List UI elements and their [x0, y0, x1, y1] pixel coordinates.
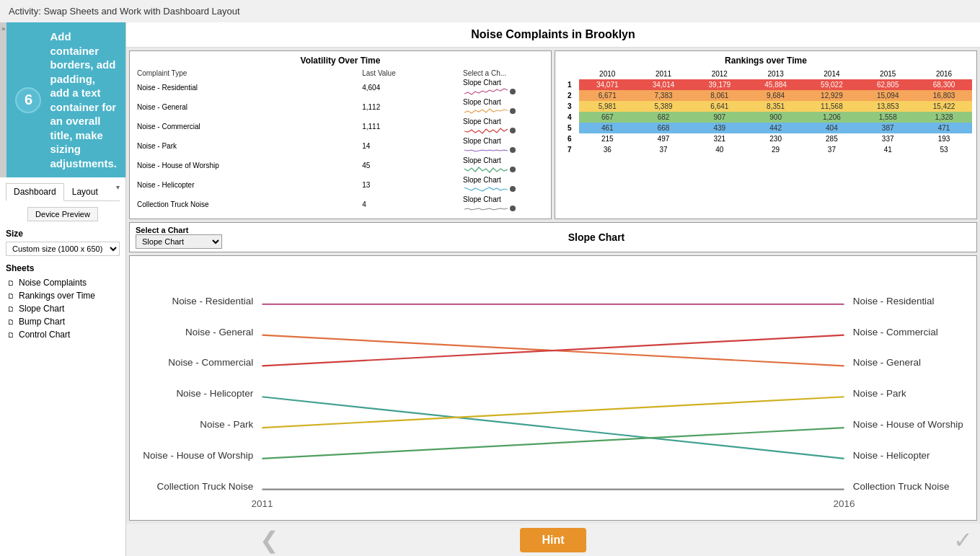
vol-chart-label: Slope Chart — [463, 137, 501, 145]
vol-chart-cell: Slope Chart — [460, 117, 547, 136]
rank-label-4: 4 — [560, 112, 579, 123]
rankings-title: Rankings over Time — [560, 56, 972, 66]
sparkline-2 — [464, 125, 508, 136]
select-chart-label: Select a Chart — [136, 226, 188, 234]
rank-label-3: 3 — [560, 101, 579, 112]
rank-cell: 215 — [579, 133, 635, 144]
rank-cell: 667 — [579, 112, 635, 123]
sheets-list: 🗋 Noise Complaints 🗋 Rankings over Time … — [6, 276, 120, 341]
vol-chart-cell: Slope Chart — [460, 195, 547, 214]
right-label-helicopter: Noise - Helicopter — [853, 450, 930, 461]
rank-cell: 45,884 — [748, 79, 804, 90]
tab-dashboard[interactable]: Dashboard — [6, 183, 64, 201]
select-chart-control: Slope Chart Bump Chart Control Chart — [136, 234, 222, 249]
rank-cell: 8,061 — [692, 90, 748, 101]
rank-cell: 5,389 — [635, 101, 692, 112]
tab-select-arrow[interactable]: ▾ — [116, 183, 120, 200]
sparkline-4 — [464, 164, 508, 175]
sheet-name-noise: Noise Complaints — [19, 278, 87, 288]
rank-cell: 439 — [692, 123, 748, 133]
vol-value: 14 — [359, 136, 460, 156]
rank-cell: 404 — [804, 123, 860, 133]
rank-cell: 6,641 — [692, 101, 748, 112]
sheet-item-slope[interactable]: 🗋 Slope Chart — [6, 302, 120, 315]
rank-cell: 39,179 — [692, 79, 748, 90]
rank-cell: 682 — [635, 112, 692, 123]
hint-button[interactable]: Hint — [520, 528, 586, 552]
tab-layout[interactable]: Layout — [64, 183, 106, 200]
table-row: 3 5,981 5,389 6,641 8,351 11,568 13,853 … — [560, 101, 972, 112]
collapse-button[interactable]: » — [0, 22, 6, 177]
vol-chart-cell: Slope Chart — [460, 136, 547, 156]
rank-cell: 9,684 — [748, 90, 804, 101]
vol-chart-label: Slope Chart — [463, 79, 501, 87]
vol-value: 4,604 — [359, 78, 460, 97]
rank-label-7: 7 — [560, 144, 579, 155]
table-row: Noise - General 1,112 Slope Chart — [134, 97, 547, 117]
table-row: 7 36 37 40 29 37 41 53 — [560, 144, 972, 155]
rank-cell: 321 — [692, 133, 748, 144]
step-header: 6 Add container borders, add padding, ad… — [6, 22, 125, 177]
left-panel: » 6 Add container borders, add padding, … — [0, 22, 126, 556]
sheet-icon-noise: 🗋 — [6, 278, 16, 288]
device-preview-button[interactable]: Device Preview — [27, 207, 98, 221]
slope-year-left: 2011 — [251, 498, 273, 509]
volatility-box: Volatility Over Time Complaint Type Last… — [129, 50, 552, 219]
left-label-commercial: Noise - Commercial — [168, 357, 253, 368]
table-row: Noise - Commercial 1,111 Slope Chart — [134, 117, 547, 136]
prev-button[interactable]: ❮ — [260, 526, 279, 554]
table-row: 6 215 497 321 230 285 337 193 — [560, 133, 972, 144]
sheet-icon-rankings: 🗋 — [6, 291, 16, 301]
rankings-box: Rankings over Time 2010 2011 2012 2013 2… — [555, 50, 977, 219]
vol-value: 1,112 — [359, 97, 460, 117]
rank-cell: 7,383 — [635, 90, 692, 101]
next-button[interactable]: ✓ — [953, 526, 973, 554]
rank-cell: 285 — [804, 133, 860, 144]
vol-type: Noise - House of Worship — [134, 156, 359, 175]
rank-cell: 387 — [860, 123, 916, 133]
right-label-commercial: Noise - Commercial — [853, 327, 938, 337]
sheet-item-bump[interactable]: 🗋 Bump Chart — [6, 315, 120, 328]
rank-label-2: 2 — [560, 90, 579, 101]
slope-line-worship — [262, 428, 844, 459]
vol-value: 4 — [359, 195, 460, 214]
vol-chart-label: Slope Chart — [463, 176, 501, 184]
sparkline-dot-5 — [510, 186, 516, 192]
rank-cell: 41 — [860, 144, 916, 155]
step-number: 6 — [15, 87, 41, 113]
chart-type-select[interactable]: Slope Chart Bump Chart Control Chart — [136, 234, 222, 249]
rank-cell: 12,929 — [804, 90, 860, 101]
sheet-icon-slope: 🗋 — [6, 304, 16, 314]
rank-cell: 16,803 — [916, 90, 972, 101]
left-label-truck: Collection Truck Noise — [157, 481, 254, 492]
vol-type: Noise - General — [134, 97, 359, 117]
right-label-worship: Noise - House of Worship — [853, 419, 963, 430]
rank-cell: 442 — [748, 123, 804, 133]
vol-chart-cell: Slope Chart — [460, 78, 547, 97]
vol-type: Noise - Park — [134, 136, 359, 156]
rank-cell: 497 — [635, 133, 692, 144]
sparkline-1 — [464, 106, 508, 116]
sheet-item-noise-complaints[interactable]: 🗋 Noise Complaints — [6, 276, 120, 289]
bottom-nav: ❮ Hint ✓ — [126, 524, 980, 556]
volatility-table: Complaint Type Last Value Select a Ch...… — [134, 69, 547, 214]
size-select[interactable]: Custom size (1000 x 650) — [6, 242, 120, 256]
sheet-item-control[interactable]: 🗋 Control Chart — [6, 328, 120, 341]
rank-cell: 37 — [635, 144, 692, 155]
select-chart-group: Select a Chart Slope Chart Bump Chart Co… — [136, 226, 222, 249]
sheet-item-rankings[interactable]: 🗋 Rankings over Time — [6, 289, 120, 302]
rank-year-2013: 2013 — [748, 69, 804, 79]
rank-year-2012: 2012 — [692, 69, 748, 79]
right-label-general: Noise - General — [853, 357, 921, 368]
vol-type: Noise - Residential — [134, 78, 359, 97]
vol-chart-cell: Slope Chart — [460, 156, 547, 175]
rank-year-2016: 2016 — [916, 69, 972, 79]
rank-cell: 193 — [916, 133, 972, 144]
rank-label-6: 6 — [560, 133, 579, 144]
right-label-residential: Noise - Residential — [853, 296, 935, 306]
rank-cell: 59,022 — [804, 79, 860, 90]
vol-header-chart: Select a Ch... — [460, 69, 547, 78]
rank-year-2014: 2014 — [804, 69, 860, 79]
rank-year-2011: 2011 — [635, 69, 692, 79]
vol-value: 45 — [359, 156, 460, 175]
